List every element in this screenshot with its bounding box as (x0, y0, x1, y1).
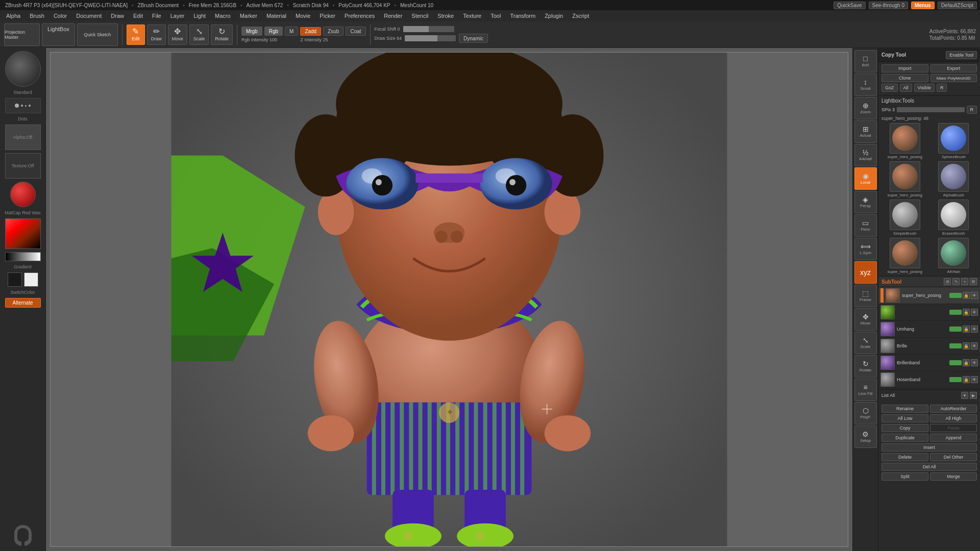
menu-item-light[interactable]: Light (189, 12, 210, 20)
seethrough-btn[interactable]: See-through 0 (869, 2, 908, 9)
lightbox-button[interactable]: LightBox (42, 23, 75, 46)
menu-item-draw[interactable]: Draw (107, 12, 128, 20)
menu-item-zplugin[interactable]: Zplugin (541, 12, 567, 20)
paste-button[interactable]: Paste (930, 424, 977, 432)
vert-tool-frame[interactable]: ⬚ Frame (854, 285, 877, 307)
vert-tool-move[interactable]: ✥ Move (854, 308, 877, 331)
visible-button[interactable]: Visible (914, 84, 935, 92)
vert-tool-scroll[interactable]: ↕ Scroll (854, 73, 877, 96)
swatch-black[interactable] (8, 272, 22, 287)
move-button[interactable]: ✥ Move (168, 24, 187, 45)
dynamic-button[interactable]: Dynamic (459, 34, 488, 43)
brush-item-1[interactable]: super_hero_posing (881, 123, 928, 159)
subtool-item-hosenband[interactable]: Hosenband 🔒 👁 (878, 371, 980, 388)
all-low-button[interactable]: All Low (881, 414, 928, 422)
brush-item-2[interactable]: SphereBrush (930, 123, 977, 159)
subtool-toggle-umhang[interactable] (949, 327, 962, 332)
subtool-lock-2[interactable]: 🔒 (963, 309, 970, 316)
subtool-eye-1[interactable]: 👁 (971, 292, 978, 299)
color-picker[interactable] (5, 218, 41, 249)
clone-button[interactable]: Clone (881, 74, 928, 82)
append-button[interactable]: Append (930, 434, 977, 442)
subtool-eye-hosenband[interactable]: 👁 (971, 376, 978, 383)
brush-item-3[interactable]: super_hero_posing (881, 161, 928, 197)
vert-tool-lsym[interactable]: ⟺ L.Sym (854, 238, 877, 260)
menus-btn[interactable]: Menus (911, 2, 935, 9)
menu-item-stencil[interactable]: Stencil (407, 12, 432, 20)
focal-shift-bar[interactable] (403, 26, 454, 32)
r-button[interactable]: R (937, 84, 947, 92)
menu-item-file[interactable]: File (148, 12, 165, 20)
brush-item-6[interactable]: EraserBrush (930, 199, 977, 236)
subtool-eye-brillenband[interactable]: 👁 (971, 359, 978, 366)
subtool-edit-btn[interactable]: ✎ (952, 278, 960, 285)
menu-item-marker[interactable]: Marker (236, 12, 261, 20)
vert-tool-linefill[interactable]: ≡ Line Fill (854, 379, 877, 401)
zsub-button[interactable]: Zsub (323, 27, 344, 36)
split-button[interactable]: Split (881, 472, 928, 481)
copy-button[interactable]: Copy (881, 424, 928, 432)
vert-tool-rotate[interactable]: ↻ Rotate (854, 355, 877, 378)
spix-r-button[interactable]: R (967, 106, 977, 114)
vert-tool-floor[interactable]: ▭ Floor (854, 214, 877, 237)
subtool-eye-umhang[interactable]: 👁 (971, 325, 978, 333)
brush-item-4[interactable]: AlphaBrush (930, 161, 977, 197)
menu-item-macro[interactable]: Macro (211, 12, 235, 20)
menu-item-movie[interactable]: Movie (291, 12, 314, 20)
subtool-item-1[interactable]: super_hero_posing 🔒 👁 (878, 287, 980, 304)
all-btn[interactable]: All (900, 84, 912, 92)
autoreorder-button[interactable]: AutoReorder (930, 405, 977, 413)
canvas-area[interactable]: ✦ (46, 48, 852, 551)
menu-item-render[interactable]: Render (380, 12, 406, 20)
subtool-lock-umhang[interactable]: 🔒 (963, 325, 970, 333)
menu-item-document[interactable]: Document (72, 12, 106, 20)
rgb-button[interactable]: Rgb (264, 27, 283, 36)
alpha-box[interactable]: Alpha:Off (5, 124, 41, 150)
export-button[interactable]: Export (930, 64, 977, 72)
zadd-button[interactable]: Zadd (300, 27, 321, 36)
gradient-box[interactable] (5, 252, 41, 261)
subtool-add-btn[interactable]: + (961, 278, 968, 285)
subtool-item-brillenband[interactable]: Brillenband 🔒 👁 (878, 355, 980, 371)
menu-item-zscript[interactable]: Zscript (568, 12, 593, 20)
subtool-settings-btn[interactable]: ⚙ (944, 278, 951, 285)
make-polymesh-button[interactable]: Make PolyMesh3D (930, 74, 977, 82)
subtool-lock-hosenband[interactable]: 🔒 (963, 376, 970, 383)
menu-item-material[interactable]: Material (262, 12, 290, 20)
brush-item-8[interactable]: AKHari (930, 238, 977, 274)
texture-box[interactable]: Texture:Off (5, 153, 41, 179)
spix-bar[interactable] (897, 107, 964, 112)
menu-item-picker[interactable]: Picker (315, 12, 339, 20)
del-other-button[interactable]: Del Other (930, 453, 977, 461)
all-high-button[interactable]: All High (930, 414, 977, 422)
subtool-lock-1[interactable]: 🔒 (963, 292, 970, 299)
vert-tool-xyz[interactable]: xyz (854, 261, 877, 284)
vert-tool-setup[interactable]: ⚙ Setup (854, 425, 877, 448)
matcap-sphere[interactable] (10, 182, 36, 207)
scale-button[interactable]: ⤡ Scale (189, 24, 209, 45)
swatch-white[interactable] (24, 272, 38, 287)
menu-item-brush[interactable]: Brush (26, 12, 48, 20)
menu-item-stroke[interactable]: Stroke (433, 12, 458, 20)
subtool-item-2[interactable]: 🔒 👁 (878, 304, 980, 321)
subtool-item-brille[interactable]: Brille 🔒 👁 (878, 338, 980, 355)
vert-tool-persp[interactable]: ◈ Persp (854, 191, 877, 213)
brush-item-5[interactable]: SimpleBrush (881, 199, 928, 236)
merge-button[interactable]: Merge (930, 472, 977, 481)
alternate-button[interactable]: Alternate (5, 298, 41, 308)
duplicate-button[interactable]: Duplicate (881, 434, 928, 442)
edit-button[interactable]: ✎ Edit (127, 24, 145, 45)
dots-preview[interactable] (5, 98, 41, 113)
subtool-toggle-hosenband[interactable] (949, 377, 962, 382)
subtool-toggle-2[interactable] (949, 310, 962, 315)
menu-item-color[interactable]: Color (50, 12, 71, 20)
subtool-eye-2[interactable]: 👁 (971, 309, 978, 316)
subtool-toggle-1[interactable] (949, 293, 962, 298)
m-button[interactable]: M (285, 27, 298, 36)
menu-item-texture[interactable]: Texture (459, 12, 485, 20)
brush-item-7[interactable]: super_hero_posing (881, 238, 928, 274)
menu-item-transform[interactable]: Transform (506, 12, 540, 20)
subtool-toggle-brillenband[interactable] (949, 360, 962, 365)
menu-item-tool[interactable]: Tool (486, 12, 505, 20)
vert-tool-zoom[interactable]: ⊕ Zoom (854, 97, 877, 119)
